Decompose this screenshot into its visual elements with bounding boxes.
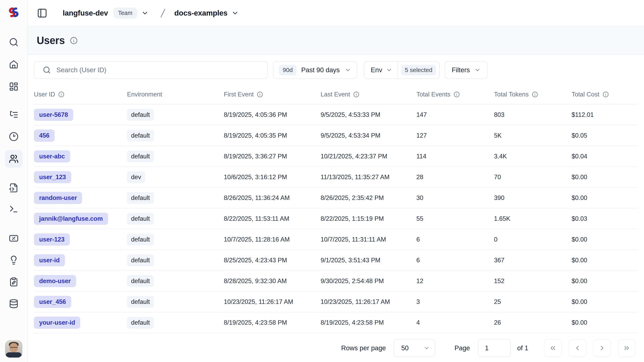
environment-cell: default	[127, 213, 224, 225]
first-page-button[interactable]	[544, 339, 562, 357]
user-id-cell: demo-user	[34, 275, 127, 287]
user-id-badge[interactable]: your-user-id	[34, 317, 80, 329]
user-id-badge[interactable]: user-5678	[34, 109, 73, 121]
last-event-cell: 9/5/2025, 4:53:33 PM	[320, 111, 416, 118]
environment-badge: default	[127, 254, 154, 266]
langfuse-logo-icon[interactable]	[6, 5, 22, 20]
table-row[interactable]: user-abcdefault8/19/2025, 3:36:27 PM10/2…	[34, 146, 638, 166]
table-row[interactable]: user-123default10/7/2025, 11:28:16 AM10/…	[34, 229, 638, 250]
total-events-cell: 114	[416, 153, 494, 160]
user-id-badge[interactable]: user_456	[34, 296, 71, 308]
column-info-icon[interactable]	[454, 91, 460, 98]
chevron-down-icon	[386, 67, 392, 73]
project-name[interactable]: docs-examples	[174, 9, 228, 17]
user-id-badge[interactable]: user_123	[34, 171, 71, 183]
date-range-button[interactable]: 90d Past 90 days	[273, 61, 357, 79]
lightbulb-icon[interactable]	[5, 251, 22, 269]
chevrons-right-icon	[623, 344, 630, 352]
page-label: Page	[454, 344, 470, 352]
users-table: User IDEnvironmentFirst EventLast EventT…	[34, 85, 638, 333]
page-total-label: of 1	[517, 344, 528, 352]
user-id-badge[interactable]: user-abc	[34, 150, 70, 162]
total-events-cell: 30	[416, 194, 494, 202]
column-header-total-cost: Total Cost	[572, 91, 638, 98]
total-cost-cell: $0.00	[572, 277, 638, 285]
workspace-name[interactable]: langfuse-dev	[63, 9, 108, 17]
last-page-button[interactable]	[618, 339, 636, 357]
table-row[interactable]: random-userdefault8/26/2025, 11:36:24 AM…	[34, 187, 638, 208]
user-avatar[interactable]	[5, 340, 22, 357]
column-header-environment: Environment	[127, 91, 224, 98]
total-cost-cell: $0.00	[572, 194, 638, 202]
search-icon	[43, 66, 51, 74]
clock-icon[interactable]	[5, 128, 22, 146]
next-page-button[interactable]	[593, 339, 611, 357]
environment-badge: default	[127, 192, 154, 204]
total-tokens-cell: 5K	[494, 132, 572, 139]
percent-card-icon[interactable]	[5, 229, 22, 247]
total-tokens-cell: 70	[494, 174, 572, 181]
user-id-badge[interactable]: jannik@langfuse.com	[34, 213, 108, 225]
table-row[interactable]: your-user-iddefault8/19/2025, 4:23:58 PM…	[34, 312, 638, 333]
last-event-cell: 8/19/2025, 4:23:58 PM	[320, 319, 416, 326]
page-title-info-icon[interactable]	[70, 37, 78, 44]
column-info-icon[interactable]	[532, 91, 538, 98]
total-tokens-cell: 803	[494, 111, 572, 118]
file-code-icon[interactable]	[5, 179, 22, 197]
column-info-icon[interactable]	[353, 91, 359, 98]
filters-button[interactable]: Filters	[445, 61, 488, 79]
user-id-badge[interactable]: user-123	[34, 233, 70, 246]
previous-page-button[interactable]	[568, 339, 586, 357]
user-id-badge[interactable]: user-id	[34, 254, 65, 266]
user-id-badge[interactable]: random-user	[34, 192, 82, 204]
total-cost-cell: $0.04	[572, 153, 638, 160]
terminal-icon[interactable]	[5, 200, 22, 218]
user-id-cell: user_123	[34, 171, 127, 183]
workspace-type-badge: Team	[113, 8, 137, 18]
total-cost-cell: $112.01	[572, 111, 638, 118]
users-icon[interactable]	[5, 150, 22, 168]
environment-badge: default	[127, 275, 154, 287]
table-row[interactable]: user_456default10/23/2025, 11:26:17 AM10…	[34, 291, 638, 312]
first-event-cell: 8/26/2025, 11:36:24 AM	[224, 194, 320, 202]
table-row[interactable]: user-5678default8/19/2025, 4:05:36 PM9/5…	[34, 104, 638, 125]
sidebar-toggle-icon[interactable]	[36, 7, 48, 20]
workspace-chevron-down-icon[interactable]	[141, 10, 148, 17]
total-events-cell: 147	[416, 111, 494, 118]
last-event-cell: 9/5/2025, 4:53:34 PM	[320, 132, 416, 139]
user-id-badge[interactable]: 456	[34, 130, 55, 142]
environment-filter-button[interactable]: Env 5 selected	[364, 61, 440, 79]
total-tokens-cell: 3.4K	[494, 153, 572, 160]
environment-cell: default	[127, 192, 224, 204]
user-id-cell: user-abc	[34, 150, 127, 162]
table-row[interactable]: jannik@langfuse.comdefault8/22/2025, 11:…	[34, 208, 638, 229]
first-event-cell: 8/28/2025, 9:32:30 AM	[224, 277, 320, 285]
clipboard-pen-icon[interactable]	[5, 273, 22, 291]
search-icon[interactable]	[5, 33, 22, 51]
column-info-icon[interactable]	[257, 91, 263, 98]
first-event-cell: 8/19/2025, 3:36:27 PM	[224, 153, 320, 160]
page-number-input[interactable]	[478, 339, 511, 357]
last-event-cell: 10/23/2025, 11:26:17 AM	[320, 298, 416, 305]
chevron-down-icon	[474, 67, 481, 73]
table-row[interactable]: user-iddefault8/25/2025, 4:23:43 PM9/1/2…	[34, 250, 638, 270]
column-header-total-tokens: Total Tokens	[494, 91, 572, 98]
home-icon[interactable]	[5, 56, 22, 73]
total-cost-cell: $0.00	[572, 319, 638, 326]
table-row[interactable]: 456default8/19/2025, 4:05:35 PM9/5/2025,…	[34, 125, 638, 146]
database-icon[interactable]	[5, 295, 22, 312]
column-info-icon[interactable]	[58, 91, 64, 98]
table-row[interactable]: demo-userdefault8/28/2025, 9:32:30 AM9/3…	[34, 270, 638, 291]
sidebar	[0, 0, 28, 362]
environment-cell: default	[127, 109, 224, 121]
table-row[interactable]: user_123dev10/6/2025, 3:16:12 PM11/13/20…	[34, 166, 638, 187]
list-tree-icon[interactable]	[5, 106, 22, 124]
search-input[interactable]	[56, 66, 267, 74]
first-event-cell: 8/22/2025, 11:53:11 AM	[224, 215, 320, 222]
user-id-badge[interactable]: demo-user	[34, 275, 76, 287]
rows-per-page-select[interactable]: 50	[394, 339, 435, 357]
first-event-cell: 8/19/2025, 4:05:35 PM	[224, 132, 320, 139]
column-info-icon[interactable]	[603, 91, 609, 98]
project-chevron-down-icon[interactable]	[232, 10, 239, 17]
dashboard-icon[interactable]	[5, 78, 22, 96]
